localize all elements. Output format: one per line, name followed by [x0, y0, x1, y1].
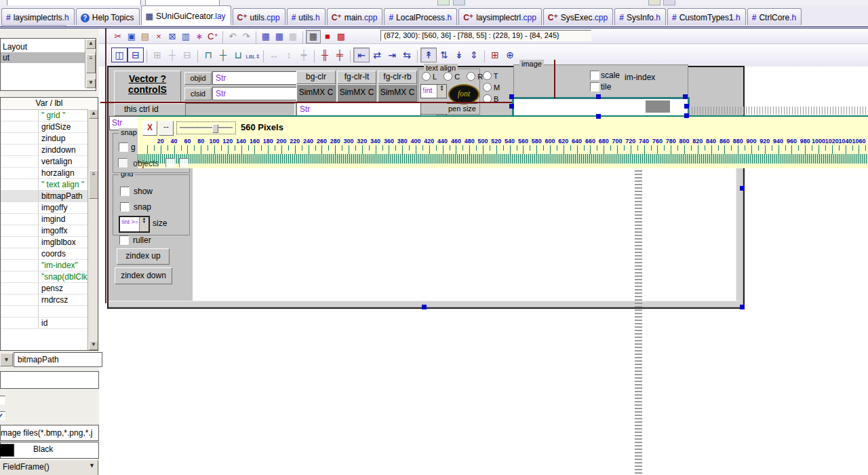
property-row[interactable]: imglblbox: [1, 237, 98, 248]
selection-handle[interactable]: [509, 104, 514, 109]
space-h-increase-icon[interactable]: ⇥: [384, 48, 399, 62]
property-row[interactable]: " text align ": [1, 179, 98, 191]
property-row[interactable]: coords: [1, 248, 98, 260]
clipped-checkbox[interactable]: [0, 396, 5, 405]
text-align-spin-top[interactable]: !int▲▼: [420, 84, 447, 98]
property-row[interactable]: bitmapPath: [1, 191, 98, 202]
property-row[interactable]: imgind: [1, 214, 98, 225]
selection-handle[interactable]: [740, 305, 745, 309]
property-row[interactable]: pensz: [1, 283, 98, 294]
this-ctrl-id-input[interactable]: Str: [296, 102, 421, 116]
tab-localprocess[interactable]: #LocalProcess.h: [384, 8, 457, 25]
cpp-source-icon[interactable]: C⁺: [206, 31, 220, 43]
grid-settings-icon[interactable]: ▩: [334, 31, 348, 43]
cut-icon[interactable]: ✂: [111, 31, 125, 43]
space-h-remove-icon[interactable]: ⇆: [399, 48, 414, 62]
slider-thumb[interactable]: [212, 124, 218, 133]
space-v-remove-icon[interactable]: ⇕: [467, 48, 481, 62]
layout-list-item[interactable]: Layout: [1, 41, 96, 52]
new-item-icon[interactable]: ∗: [193, 31, 206, 43]
objid-input[interactable]: Str: [212, 71, 297, 85]
tab-sysinfo[interactable]: #SysInfo.h: [614, 8, 666, 25]
tab-laysimplectrls[interactable]: #laysimplectrls.h: [1, 8, 75, 25]
tab-utils[interactable]: C⁺utils.cpp: [233, 8, 285, 25]
align-c-radio[interactable]: C: [443, 73, 460, 81]
center-vertical-icon[interactable]: ╪: [332, 48, 347, 62]
snap-objects-checkbox[interactable]: [118, 158, 127, 168]
snap-grid-checkbox[interactable]: [119, 142, 128, 152]
selection-handle[interactable]: [509, 94, 514, 99]
value-edit-field[interactable]: [0, 371, 99, 389]
tab-order-list-icon[interactable]: ▦: [286, 31, 300, 43]
center-in-window-icon[interactable]: ┼: [216, 48, 231, 62]
tab-customtypes1[interactable]: #CustomTypes1.h: [667, 8, 746, 25]
property-row[interactable]: vertalign: [1, 156, 98, 168]
align-m-radio[interactable]: M: [483, 82, 500, 94]
tab-main[interactable]: C⁺main.cpp: [327, 8, 383, 25]
align-r-radio[interactable]: R: [467, 73, 483, 81]
copy-icon[interactable]: ▣: [125, 31, 138, 43]
clipped-icon[interactable]: [648, 0, 660, 5]
property-row[interactable]: zindup: [1, 133, 98, 145]
make-same-width-icon[interactable]: ◫: [111, 48, 127, 62]
align-tops-icon[interactable]: ⊓: [201, 48, 216, 62]
tab-order-down-icon[interactable]: ▦: [273, 31, 286, 43]
zindex-up-button[interactable]: zindex up: [117, 248, 170, 265]
clipped-checkbox-checked[interactable]: ✔: [0, 411, 5, 421]
space-v-decrease-icon[interactable]: ↟: [420, 48, 437, 62]
selection-handle[interactable]: [683, 94, 688, 99]
property-row[interactable]: zinddown: [1, 145, 98, 156]
align-t-radio[interactable]: T: [483, 71, 500, 82]
tab-utils[interactable]: #utils.h: [287, 8, 326, 25]
snap-extra-box[interactable]: [165, 158, 175, 168]
ruler-collapse-button[interactable]: --: [159, 121, 174, 136]
align-b-radio[interactable]: B: [483, 94, 500, 105]
ruller-checkbox[interactable]: [119, 235, 129, 245]
property-row[interactable]: imgoffy: [1, 202, 98, 214]
align-left-edges-icon[interactable]: ⊞: [150, 48, 165, 62]
snap-extra-box[interactable]: [179, 158, 189, 168]
property-row[interactable]: gridSize: [1, 121, 98, 133]
clipped-icon[interactable]: [437, 0, 450, 5]
selection-handle[interactable]: [596, 94, 601, 99]
property-dropdown-button[interactable]: ▼: [0, 353, 13, 366]
grid-visibility-icon[interactable]: ▦: [306, 30, 321, 43]
clipped-icon[interactable]: [453, 0, 465, 5]
tab-order-up-icon[interactable]: ▦: [259, 31, 273, 43]
ruler-close-button[interactable]: X: [142, 121, 157, 136]
snap-grid-icon[interactable]: ⊞: [488, 48, 502, 62]
selected-property-field[interactable]: bitmapPath: [14, 352, 102, 367]
selection-handle[interactable]: [684, 113, 689, 118]
center-horizontal-icon[interactable]: ╫: [317, 48, 332, 62]
layout-list-scrollbar[interactable]: ▲ ≡ ▼: [85, 39, 95, 88]
space-v-increase-icon[interactable]: ↡: [452, 48, 467, 62]
properties-icon[interactable]: ▥: [179, 31, 193, 43]
align-centers-icon[interactable]: ┼: [165, 48, 180, 62]
property-row[interactable]: rndrcsz: [1, 294, 98, 306]
property-table-scrollbar[interactable]: ▲ ≡ ▼: [87, 109, 98, 350]
clsid-input[interactable]: Str: [212, 87, 297, 100]
selection-handle[interactable]: [684, 104, 689, 109]
tab-laysimplectrl[interactable]: C⁺laysimplectrl.cpp: [458, 8, 542, 25]
tab-help-topics[interactable]: ?Help Topics: [76, 8, 140, 25]
align-right-edges-icon[interactable]: ⊟: [180, 48, 195, 62]
tab-sysexec[interactable]: C⁺SysExec.cpp: [543, 8, 613, 25]
image-file-filter-field[interactable]: mage files(*.bmp,*.png,*.j: [0, 425, 99, 441]
grid-size-spin[interactable]: !int >=▲▼: [119, 216, 150, 233]
grid-color-icon[interactable]: ■: [321, 31, 334, 43]
snap-objects-icon[interactable]: ⊕: [502, 48, 517, 62]
make-same-height-icon[interactable]: ⊟: [127, 48, 144, 62]
move-resize-icon[interactable]: ⊠: [165, 31, 179, 43]
undo-icon[interactable]: ↶: [226, 31, 239, 43]
frame-type-combo[interactable]: FieldFrame() ▼: [0, 459, 98, 475]
tile-checkbox[interactable]: [590, 82, 599, 92]
label-size-icon[interactable]: LBL⇕: [245, 50, 260, 64]
color-picker-row[interactable]: Black: [0, 442, 99, 459]
fg-clr-rb-button[interactable]: SimMX C: [378, 84, 417, 102]
align-bottoms-icon[interactable]: ⊔: [231, 48, 245, 62]
scale-checkbox[interactable]: [590, 71, 599, 80]
grid-snap-checkbox[interactable]: [120, 202, 130, 212]
fg-clr-lt-button[interactable]: SimMX C: [337, 84, 376, 102]
tab-ctrlcore[interactable]: #CtrlCore.h: [747, 8, 802, 25]
property-row[interactable]: horzalign: [1, 168, 98, 179]
